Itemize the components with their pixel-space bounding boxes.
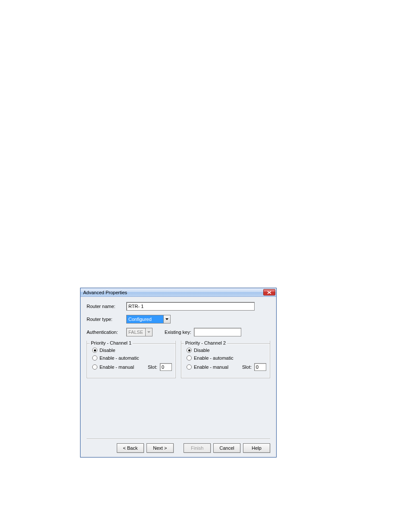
priority-channel-1-legend: Priority - Channel 1 [90,340,133,345]
ch2-enable-manual-row[interactable]: Enable - manual Slot: [187,363,266,371]
cancel-button[interactable]: Cancel [213,443,240,453]
priority-channel-2-group: Priority - Channel 2 Disable Enable - au… [181,341,270,378]
ch2-slot-input[interactable] [254,363,266,371]
ch2-enable-manual-label: Enable - manual [194,364,228,370]
ch2-enable-auto-radio[interactable] [187,355,192,361]
ch1-enable-auto-row[interactable]: Enable - automatic [92,355,172,361]
chevron-down-icon [147,331,150,333]
ch1-slot-wrap: Slot: [148,363,172,371]
router-name-label: Router name: [87,304,126,309]
existing-key-label: Existing key: [165,330,191,335]
button-gap [176,443,181,453]
authentication-dropdown-button [145,328,153,336]
existing-key-input[interactable] [194,328,241,336]
ch2-slot-label: Slot: [242,364,252,370]
dialog-footer: < Back Next > Finish Cancel Help [87,439,270,453]
router-type-dropdown-button[interactable] [163,315,171,324]
advanced-properties-dialog: Advanced Properties Router name: Router … [80,288,277,457]
ch1-slot-label: Slot: [148,364,157,370]
close-button[interactable] [263,289,275,296]
router-name-row: Router name: [87,302,270,311]
finish-button: Finish [184,443,211,453]
dialog-title: Advanced Properties [83,290,127,295]
ch1-enable-auto-radio[interactable] [92,355,97,361]
titlebar[interactable]: Advanced Properties [81,288,276,297]
ch2-disable-label: Disable [194,348,210,353]
ch2-slot-wrap: Slot: [242,363,266,371]
authentication-select: FALSE [126,328,153,336]
ch1-disable-radio[interactable] [92,348,97,353]
ch1-slot-input[interactable] [160,363,172,371]
footer-separator [87,439,270,439]
ch2-enable-auto-label: Enable - automatic [194,355,234,361]
ch1-disable-label: Disable [100,348,115,353]
ch2-disable-radio[interactable] [187,348,192,353]
router-name-input[interactable] [126,302,255,311]
ch2-enable-auto-row[interactable]: Enable - automatic [187,355,266,361]
close-icon [267,291,271,294]
back-button[interactable]: < Back [117,443,144,453]
help-button[interactable]: Help [243,443,270,453]
router-type-row: Router type: Configured [87,315,270,324]
router-type-select[interactable]: Configured [126,315,171,324]
priority-channel-1-group: Priority - Channel 1 Disable Enable - au… [87,341,176,378]
router-type-label: Router type: [87,317,126,322]
authentication-row: Authentication: FALSE Existing key: [87,328,270,336]
dialog-content: Router name: Router type: Configured Aut… [81,297,276,378]
next-button[interactable]: Next > [146,443,174,453]
ch2-enable-manual-radio[interactable] [187,364,192,370]
priority-groups: Priority - Channel 1 Disable Enable - au… [87,341,270,378]
ch1-disable-row[interactable]: Disable [92,348,172,353]
wizard-button-row: < Back Next > Finish Cancel Help [87,443,270,453]
router-type-value: Configured [126,315,163,324]
ch1-enable-auto-label: Enable - automatic [100,355,139,361]
authentication-value: FALSE [126,328,145,336]
priority-channel-2-legend: Priority - Channel 2 [184,340,227,345]
ch1-enable-manual-row[interactable]: Enable - manual Slot: [92,363,172,371]
ch2-disable-row[interactable]: Disable [187,348,266,353]
ch1-enable-manual-radio[interactable] [92,364,97,370]
authentication-label: Authentication: [87,330,126,335]
ch1-enable-manual-label: Enable - manual [100,364,134,370]
chevron-down-icon [165,318,168,320]
